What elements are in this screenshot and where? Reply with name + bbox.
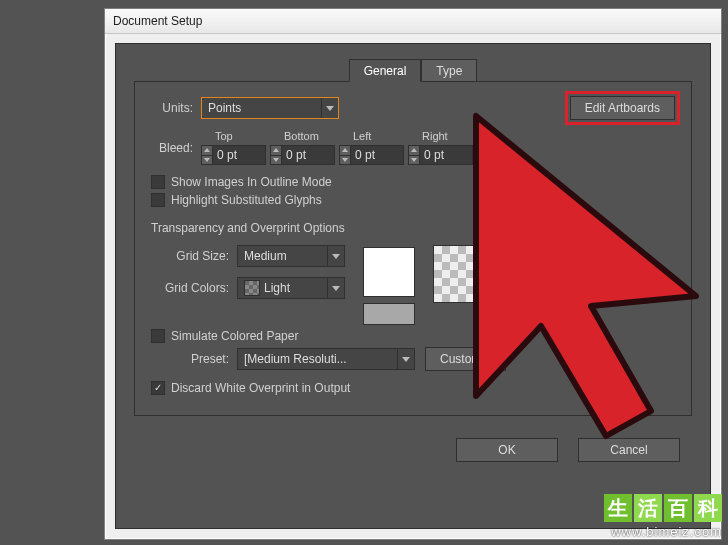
custom-button[interactable]: Custom... [425,347,506,371]
simulate-paper-checkbox[interactable]: Simulate Colored Paper [151,329,675,343]
bleed-left-label: Left [353,130,371,142]
transparency-section-title: Transparency and Overprint Options [151,221,675,235]
tab-bar: General Type [116,58,710,81]
tab-general[interactable]: General [349,59,422,82]
bleed-right-input[interactable]: 0 pt [408,145,473,165]
checkbox-icon [151,193,165,207]
stepper-up-icon[interactable] [201,145,213,155]
chevron-down-icon [327,246,344,266]
stepper-down-icon[interactable] [270,155,282,166]
stepper-down-icon[interactable] [339,155,351,166]
cancel-button[interactable]: Cancel [578,438,680,462]
stepper-up-icon[interactable] [339,145,351,155]
highlight-glyphs-checkbox[interactable]: Highlight Substituted Glyphs [151,193,675,207]
stepper-up-icon[interactable] [408,145,420,155]
chevron-down-icon [397,349,414,369]
bleed-bottom-input[interactable]: 0 pt [270,145,335,165]
color-swatch-white[interactable] [363,247,415,297]
bleed-label: Bleed: [151,141,193,155]
checkbox-icon [151,175,165,189]
grid-colors-select[interactable]: Light [237,277,345,299]
grid-size-select[interactable]: Medium [237,245,345,267]
stepper-down-icon[interactable] [201,155,213,166]
show-images-checkbox[interactable]: Show Images In Outline Mode [151,175,675,189]
bleed-bottom-label: Bottom [284,130,319,142]
pattern-swatch-icon [244,280,260,296]
bleed-top-input[interactable]: 0 pt [201,145,266,165]
bleed-top-label: Top [215,130,233,142]
window-title: Document Setup [113,14,202,28]
color-swatch-gray[interactable] [363,303,415,325]
units-select[interactable]: Points [201,97,339,119]
chevron-down-icon [327,278,344,298]
discard-white-checkbox[interactable]: ✓ Discard White Overprint in Output [151,381,675,395]
document-setup-dialog: Document Setup General Type Units: Point… [104,8,722,540]
chevron-down-icon [321,98,338,118]
bleed-right-label: Right [422,130,448,142]
bleed-left-input[interactable]: 0 pt [339,145,404,165]
checker-preview [433,245,493,303]
stepper-down-icon[interactable] [408,155,420,166]
edit-artboards-button[interactable]: Edit Artboards [570,96,675,120]
preset-select[interactable]: [Medium Resoluti... [237,348,415,370]
checkbox-icon [151,329,165,343]
checkbox-checked-icon: ✓ [151,381,165,395]
tab-type[interactable]: Type [421,59,477,82]
grid-size-label: Grid Size: [151,249,229,263]
preset-label: Preset: [151,352,229,366]
ok-button[interactable]: OK [456,438,558,462]
stepper-up-icon[interactable] [270,145,282,155]
titlebar: Document Setup [105,9,721,34]
link-bleed-icon[interactable]: ⧉ [479,143,497,165]
grid-colors-label: Grid Colors: [151,281,229,295]
watermark: 生 活 百 科 www.bimeiz.com [604,494,722,539]
units-label: Units: [151,101,193,115]
